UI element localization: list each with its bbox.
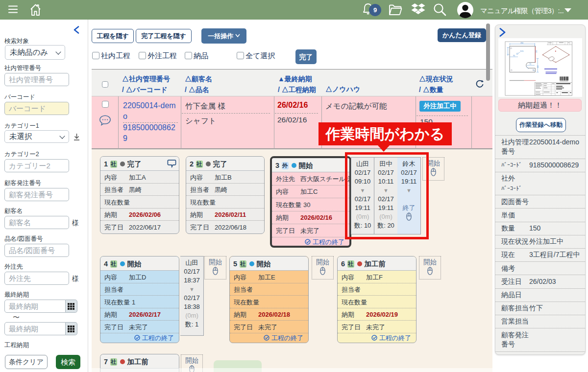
svg-text:260: 260 — [520, 42, 523, 44]
svg-text:165: 165 — [535, 50, 537, 53]
svg-text:95: 95 — [513, 55, 515, 57]
svg-text:70: 70 — [529, 63, 531, 65]
svg-text:100: 100 — [537, 65, 539, 68]
svg-text:R25: R25 — [520, 50, 524, 52]
